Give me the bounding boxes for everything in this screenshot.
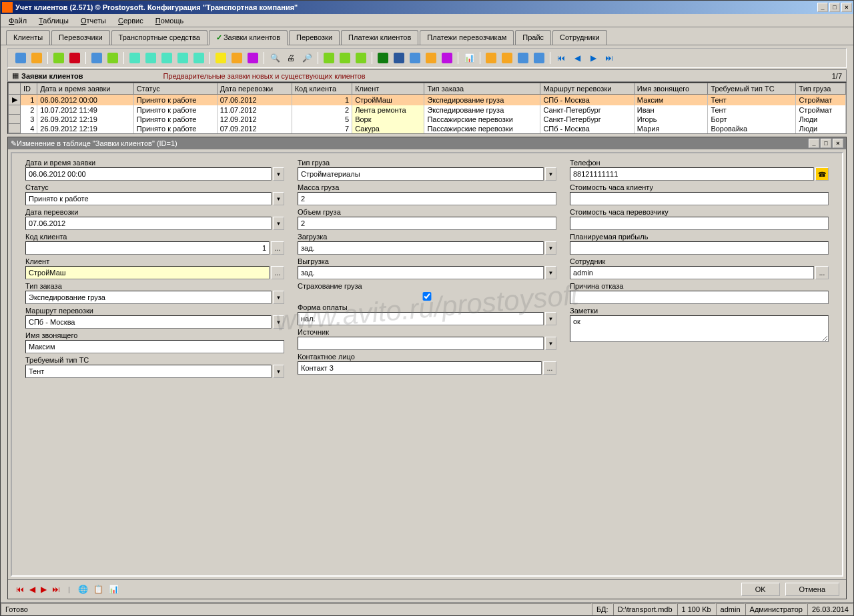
- nav-tool2-icon[interactable]: 📋: [92, 585, 105, 594]
- tb-view1-icon[interactable]: [484, 51, 498, 65]
- nav-last-icon[interactable]: ⏭: [51, 585, 61, 594]
- input-client-code[interactable]: [25, 241, 270, 255]
- tb-filter4-icon[interactable]: [175, 51, 190, 65]
- tb-sql-icon[interactable]: [246, 51, 260, 65]
- tb-word-icon[interactable]: [392, 51, 406, 65]
- input-date-transport[interactable]: [25, 217, 272, 230]
- tb-csv-icon[interactable]: [424, 51, 438, 65]
- col-caller[interactable]: Имя звонящего: [634, 83, 708, 95]
- tb-last-icon[interactable]: ⏭: [602, 51, 616, 65]
- input-cost-client[interactable]: [570, 192, 829, 205]
- tab-carrier-payments[interactable]: Платежи перевозчикам: [420, 30, 514, 45]
- tb-view3-icon[interactable]: [516, 51, 530, 65]
- input-status[interactable]: [25, 192, 272, 205]
- input-cargo-type[interactable]: [298, 167, 544, 181]
- lookup-button[interactable]: ...: [543, 361, 556, 375]
- sub-maximize-button[interactable]: □: [821, 139, 831, 148]
- input-contact[interactable]: [298, 361, 542, 375]
- tb-next-icon[interactable]: ▶: [586, 51, 600, 65]
- col-code[interactable]: Код клиента: [292, 83, 352, 95]
- tb-edit-icon[interactable]: [29, 51, 44, 65]
- tab-clients[interactable]: Клиенты: [6, 30, 50, 45]
- sub-minimize-button[interactable]: _: [809, 139, 819, 148]
- dropdown-icon[interactable]: ▼: [545, 241, 556, 255]
- table-row[interactable]: 210.07.2012 11:49Принято к работе11.07.2…: [9, 105, 846, 115]
- dropdown-icon[interactable]: ▼: [273, 192, 284, 205]
- menu-tables[interactable]: Таблицы: [33, 15, 74, 26]
- col-datetime[interactable]: Дата и время заявки: [37, 83, 134, 95]
- nav-tool3-icon[interactable]: 📊: [107, 585, 120, 594]
- tb-prev-icon[interactable]: ◀: [570, 51, 584, 65]
- tab-employees[interactable]: Сотрудники: [552, 30, 607, 45]
- maximize-button[interactable]: □: [829, 3, 840, 12]
- input-notes[interactable]: ок: [570, 315, 829, 342]
- menu-file[interactable]: Файл: [3, 15, 32, 26]
- tb-print-icon[interactable]: 🖨: [284, 51, 298, 65]
- tb-find-icon[interactable]: 🔍: [268, 51, 282, 65]
- dropdown-icon[interactable]: ▼: [545, 266, 556, 279]
- col-cargo[interactable]: Тип груза: [796, 83, 846, 95]
- input-mass[interactable]: [298, 192, 556, 205]
- input-profit[interactable]: [570, 241, 829, 255]
- close-button[interactable]: ×: [841, 3, 852, 12]
- col-type[interactable]: Тип заказа: [424, 83, 540, 95]
- dropdown-icon[interactable]: ▼: [273, 217, 284, 230]
- tb-refresh-icon[interactable]: [105, 51, 120, 65]
- input-unload[interactable]: [298, 266, 544, 279]
- col-ts[interactable]: Требуемый тип ТС: [708, 83, 796, 95]
- tab-vehicles[interactable]: Транспортные средства: [111, 30, 207, 45]
- tb-filter5-icon[interactable]: [191, 51, 206, 65]
- tb-save-icon[interactable]: [89, 51, 104, 65]
- input-reject[interactable]: [570, 291, 829, 304]
- tb-group-icon[interactable]: [230, 51, 244, 65]
- col-status[interactable]: Статус: [133, 83, 217, 95]
- dropdown-icon[interactable]: ▼: [273, 167, 284, 181]
- input-source[interactable]: [298, 337, 544, 350]
- menu-reports[interactable]: Отчеты: [75, 15, 111, 26]
- tb-filter1-icon[interactable]: [127, 51, 142, 65]
- tab-requests[interactable]: ✓Заявки клиентов: [209, 30, 288, 45]
- cancel-button[interactable]: Отмена: [785, 583, 839, 596]
- tb-first-icon[interactable]: ⏮: [554, 51, 568, 65]
- input-order-type[interactable]: [25, 291, 272, 304]
- tb-view4-icon[interactable]: [532, 51, 546, 65]
- tb-copy-icon[interactable]: [51, 51, 66, 65]
- dropdown-icon[interactable]: ▼: [273, 291, 284, 304]
- lookup-button[interactable]: ...: [271, 241, 284, 255]
- minimize-button[interactable]: _: [817, 3, 828, 12]
- nav-tool1-icon[interactable]: 🌐: [77, 585, 89, 594]
- col-id[interactable]: ID: [21, 83, 37, 95]
- dropdown-icon[interactable]: ▼: [273, 365, 284, 378]
- input-ts-type[interactable]: [25, 365, 272, 378]
- tb-excel-icon[interactable]: [376, 51, 390, 65]
- tab-carriers[interactable]: Перевозчики: [51, 30, 109, 45]
- col-route[interactable]: Маршрут перевозки: [540, 83, 634, 95]
- menu-help[interactable]: Помощь: [150, 15, 189, 26]
- tb-filter3-icon[interactable]: [159, 51, 174, 65]
- table-row[interactable]: ▶106.06.2012 00:00Принято к работе07.06.…: [9, 95, 846, 105]
- tb-xml-icon[interactable]: [440, 51, 454, 65]
- input-caller[interactable]: [25, 340, 284, 353]
- tab-price[interactable]: Прайс: [515, 30, 551, 45]
- col-client[interactable]: Клиент: [352, 83, 424, 95]
- nav-prev-icon[interactable]: ◀: [28, 585, 37, 594]
- input-client[interactable]: [25, 266, 270, 279]
- col-date[interactable]: Дата перевозки: [217, 83, 292, 95]
- tb-preview-icon[interactable]: 🔎: [300, 51, 314, 65]
- tb-export2-icon[interactable]: [338, 51, 352, 65]
- tab-transports[interactable]: Перевозки: [289, 30, 340, 45]
- tb-export1-icon[interactable]: [322, 51, 336, 65]
- dropdown-icon[interactable]: ▼: [273, 315, 284, 329]
- sub-close-button[interactable]: ×: [833, 139, 843, 148]
- ok-button[interactable]: OK: [741, 583, 780, 596]
- tb-delete-icon[interactable]: [67, 51, 82, 65]
- input-volume[interactable]: [298, 217, 556, 230]
- tb-export3-icon[interactable]: [354, 51, 368, 65]
- lookup-button[interactable]: ...: [815, 266, 829, 279]
- menu-service[interactable]: Сервис: [113, 15, 149, 26]
- tb-new-icon[interactable]: [13, 51, 28, 65]
- phone-button[interactable]: ☎: [815, 167, 829, 181]
- input-date-request[interactable]: [25, 167, 272, 181]
- input-phone[interactable]: [570, 167, 814, 181]
- tb-sort-icon[interactable]: [214, 51, 228, 65]
